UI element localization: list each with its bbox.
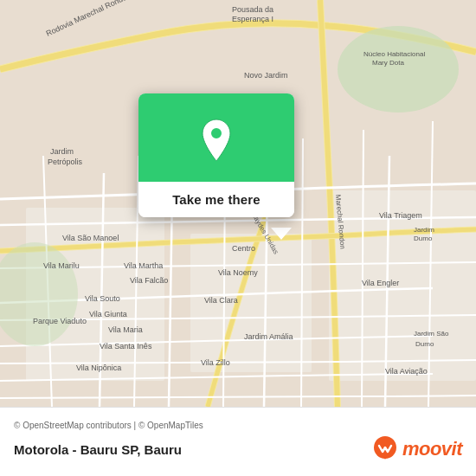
svg-text:Centro: Centro <box>232 244 255 253</box>
svg-text:Dumo: Dumo <box>414 235 433 242</box>
map-container: Rodovia Marechal Rondon Pousada da Esper… <box>0 0 476 407</box>
moovit-logo: moovit <box>371 435 462 463</box>
svg-text:Vila Triagem: Vila Triagem <box>379 211 422 220</box>
copyright-text: © OpenStreetMap contributors | © OpenMap… <box>14 421 462 430</box>
svg-text:Vila Clara: Vila Clara <box>204 296 238 305</box>
svg-text:Vila Engler: Vila Engler <box>362 279 399 287</box>
moovit-wordmark: moovit <box>402 438 462 460</box>
svg-text:Vila Souto: Vila Souto <box>85 294 120 303</box>
popup-card: Take me there <box>138 93 294 217</box>
location-pin-icon <box>197 118 235 163</box>
svg-text:Esperança I: Esperança I <box>232 15 273 23</box>
svg-point-5 <box>338 26 459 113</box>
location-text: Motorola - Bauru SP, Bauru <box>14 442 182 457</box>
take-me-there-button[interactable]: Take me there <box>138 182 294 217</box>
popup-tail <box>271 228 292 240</box>
svg-text:Vila Santa Inês: Vila Santa Inês <box>100 342 152 351</box>
svg-text:Mary Dota: Mary Dota <box>372 59 404 67</box>
svg-text:Vila Noemy: Vila Noemy <box>218 268 258 277</box>
svg-text:Jardim: Jardim <box>50 147 74 156</box>
svg-text:Vila Nipônica: Vila Nipônica <box>76 363 121 372</box>
svg-text:Vila Aviação: Vila Aviação <box>385 367 428 376</box>
svg-point-39 <box>210 127 222 139</box>
svg-text:Vila São Manoel: Vila São Manoel <box>62 234 119 242</box>
bottom-row: Motorola - Bauru SP, Bauru moovit <box>14 435 462 463</box>
svg-text:Jardim: Jardim <box>414 226 434 234</box>
svg-text:Vila Martha: Vila Martha <box>124 261 163 270</box>
svg-text:Vila Maria: Vila Maria <box>108 325 143 334</box>
svg-text:Pousada da: Pousada da <box>232 5 273 14</box>
bottom-bar: © OpenStreetMap contributors | © OpenMap… <box>0 407 476 476</box>
svg-text:Núcleo Habitacional: Núcleo Habitacional <box>363 50 425 58</box>
svg-text:Petrópolis: Petrópolis <box>48 158 83 166</box>
svg-text:Novo Jardim: Novo Jardim <box>244 71 288 80</box>
svg-text:Vila Giunta: Vila Giunta <box>89 310 127 318</box>
svg-text:Vila Zillo: Vila Zillo <box>201 358 230 367</box>
popup-green-area <box>138 93 294 182</box>
svg-text:Jardim Amália: Jardim Amália <box>244 332 293 341</box>
svg-text:Vila Marilu: Vila Marilu <box>43 261 80 270</box>
svg-text:Dumo: Dumo <box>415 340 434 348</box>
svg-text:Parque Viaduto: Parque Viaduto <box>33 317 87 325</box>
svg-text:Vila Falcão: Vila Falcão <box>130 276 168 285</box>
moovit-icon <box>371 435 399 463</box>
svg-text:Jardim São: Jardim São <box>414 330 449 338</box>
